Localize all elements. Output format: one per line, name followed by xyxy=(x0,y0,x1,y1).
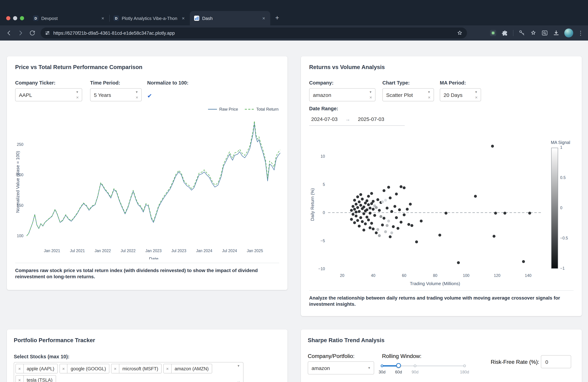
remove-chip-icon[interactable]: × xyxy=(60,364,67,373)
company-dropdown[interactable]: amazon ▼ × xyxy=(309,88,376,101)
reload-button[interactable] xyxy=(27,27,38,38)
company-portfolio-dropdown[interactable]: amazon ▼ xyxy=(308,361,374,374)
ma-period-dropdown[interactable]: 20 Days ▼ × xyxy=(440,88,481,101)
svg-text:−5: −5 xyxy=(320,239,325,243)
zoom-window-button[interactable] xyxy=(20,16,24,20)
chevron-down-icon[interactable]: ▼ xyxy=(368,366,371,370)
dashboard-row-1: Price vs Total Return Performance Compar… xyxy=(7,56,582,316)
remove-chip-icon[interactable]: × xyxy=(16,376,23,382)
browser-toolbar: https://6270f21b-d9a5-4361-81cd-e1de58c3… xyxy=(0,25,588,40)
select-stocks-label: Select Stocks (max 10): xyxy=(14,354,279,359)
forward-button[interactable] xyxy=(15,27,26,38)
start-date-input[interactable]: 2024-07-03 xyxy=(309,115,339,123)
slider-mark-label[interactable]: 30d xyxy=(378,370,385,374)
tab-devpost[interactable]: D Devpost × xyxy=(29,11,109,25)
chevron-down-icon[interactable]: ▼ xyxy=(237,364,240,368)
company-ticker-control: Company Ticker: AAPL ▼ × xyxy=(15,80,82,101)
time-period-dropdown[interactable]: 5 Years ▼ × xyxy=(90,88,142,101)
dropdown-value: amazon xyxy=(312,365,330,371)
chevron-down-icon[interactable]: ▼ xyxy=(76,90,79,94)
chevron-down-icon[interactable]: ▼ xyxy=(135,90,138,94)
date-range-picker[interactable]: 2024-07-03 → 2025-07-03 xyxy=(309,114,405,126)
site-controls-icon[interactable] xyxy=(45,30,50,36)
svg-text:Trading Volume (Millions): Trading Volume (Millions) xyxy=(410,281,460,286)
legend-swatch xyxy=(245,109,254,110)
window-controls xyxy=(6,16,24,20)
clear-icon[interactable]: × xyxy=(76,95,79,100)
address-bar[interactable]: https://6270f21b-d9a5-4361-81cd-e1de58c3… xyxy=(41,27,467,38)
card-price-return: Price vs Total Return Performance Compar… xyxy=(7,56,288,290)
rolling-window-slider[interactable] xyxy=(382,363,464,369)
close-tab-icon[interactable]: × xyxy=(100,15,106,21)
remove-chip-icon[interactable]: × xyxy=(112,364,119,373)
normalize-checkbox[interactable]: ✔ xyxy=(147,92,152,100)
tab-plotly-vibeathon[interactable]: D Plotly Analytics Vibe-a-Thon × xyxy=(109,11,190,25)
clear-icon[interactable]: × xyxy=(237,380,240,382)
chip-label: amazon (AMZN) xyxy=(171,366,212,371)
slider-mark-dot xyxy=(414,364,416,367)
extensions-puzzle-icon[interactable] xyxy=(501,30,508,37)
clear-icon[interactable]: × xyxy=(136,95,138,100)
legend-item[interactable]: Raw Price xyxy=(208,107,238,112)
colorbar-ticks: 10.50−0.5−1 xyxy=(560,56,575,316)
stocks-multi-dropdown[interactable]: ×apple (AAPL)×google (GOOGL)×microsoft (… xyxy=(14,362,243,382)
menu-kebab-icon[interactable]: ⋮ xyxy=(578,29,583,37)
chart-type-label: Chart Type: xyxy=(382,80,434,86)
svg-text:Normalized Value (Base = 100): Normalized Value (Base = 100) xyxy=(15,151,20,213)
stock-chip: ×microsoft (MSFT) xyxy=(111,364,162,373)
end-date-input[interactable]: 2025-07-03 xyxy=(356,115,386,123)
chevron-down-icon[interactable]: ▼ xyxy=(427,90,431,94)
new-tab-button[interactable]: + xyxy=(272,13,282,23)
close-window-button[interactable] xyxy=(6,16,10,20)
legend-item[interactable]: Total Return xyxy=(245,107,278,112)
tab-strip: D Devpost × D Plotly Analytics Vibe-a-Th… xyxy=(0,0,588,25)
slider-handle[interactable] xyxy=(396,363,401,368)
remove-chip-icon[interactable]: × xyxy=(164,364,171,373)
svg-text:5: 5 xyxy=(323,182,325,187)
bookmarks-icon[interactable] xyxy=(530,30,537,37)
clear-icon[interactable]: × xyxy=(428,95,431,100)
clear-icon[interactable]: × xyxy=(370,95,372,100)
normalize-control: Normalize to 100: ✔ xyxy=(147,80,189,101)
close-tab-icon[interactable]: × xyxy=(180,15,186,21)
card-returns-volume: Returns vs Volume Analysis Company: amaz… xyxy=(301,56,582,316)
risk-free-rate-input[interactable] xyxy=(541,355,571,368)
minimize-window-button[interactable] xyxy=(13,16,17,20)
url-text[interactable]: https://6270f21b-d9a5-4361-81cd-e1de58c3… xyxy=(53,30,454,36)
company-label: Company: xyxy=(309,80,376,86)
price-return-controls: Company Ticker: AAPL ▼ × Time Period: 5 … xyxy=(15,80,283,101)
svg-text:Jul 2021: Jul 2021 xyxy=(70,248,85,253)
svg-text:Jan 2021: Jan 2021 xyxy=(44,248,60,253)
forward-icon xyxy=(17,30,24,37)
downloads-icon[interactable] xyxy=(553,29,560,37)
colorbar-tick-label: −1 xyxy=(560,266,565,270)
slider-mark-label[interactable]: 180d xyxy=(460,370,469,374)
chip-label: apple (AAPL) xyxy=(23,366,57,371)
page-search-icon[interactable] xyxy=(541,30,548,37)
password-key-icon[interactable] xyxy=(519,30,525,37)
back-button[interactable] xyxy=(3,27,14,38)
tab-dash[interactable]: Dash × xyxy=(190,11,270,25)
dropdown-value: amazon xyxy=(313,92,331,98)
slider-mark-label[interactable]: 90d xyxy=(412,370,419,374)
legend-label: Total Return xyxy=(256,107,278,112)
chart-type-control: Chart Type: Scatter Plot ▼ × xyxy=(382,80,434,101)
time-period-control: Time Period: 5 Years ▼ × xyxy=(90,80,142,101)
profile-avatar[interactable] xyxy=(564,29,573,38)
bookmark-star-icon[interactable] xyxy=(457,30,463,36)
close-tab-icon[interactable]: × xyxy=(261,15,267,21)
extension-icon[interactable] xyxy=(490,30,497,37)
remove-chip-icon[interactable]: × xyxy=(16,364,23,373)
company-ticker-dropdown[interactable]: AAPL ▼ × xyxy=(15,88,82,101)
company-portfolio-label: Company/Portfolio: xyxy=(308,353,355,359)
chart-type-dropdown[interactable]: Scatter Plot ▼ × xyxy=(382,88,434,101)
svg-text:250: 250 xyxy=(17,142,23,147)
devpost-favicon-icon: D xyxy=(113,16,119,21)
card-title: Sharpe Ratio Trend Analysis xyxy=(308,337,574,344)
chevron-down-icon[interactable]: ▼ xyxy=(475,90,478,94)
clear-icon[interactable]: × xyxy=(475,95,478,100)
chevron-down-icon[interactable]: ▼ xyxy=(369,90,372,94)
svg-text:Jul 2023: Jul 2023 xyxy=(171,248,186,253)
rolling-window-control: Rolling Window: 30d60d90d180d xyxy=(382,353,468,375)
slider-mark-label[interactable]: 60d xyxy=(395,370,402,374)
